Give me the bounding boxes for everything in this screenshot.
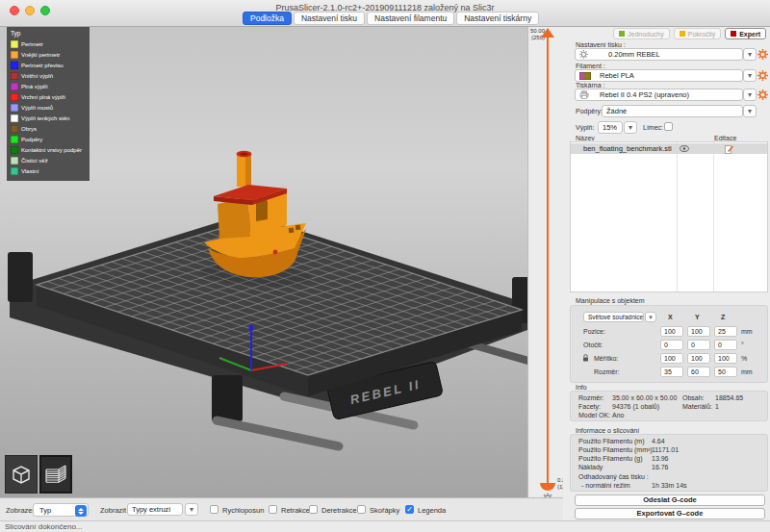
tab-printer-settings[interactable]: Nastavení tiskárny (456, 12, 539, 25)
rotate-unit: ° (741, 342, 744, 348)
infill-label: Výplň: (576, 124, 594, 131)
legend-item: Kontaktní vrstvy podpěr (11, 144, 86, 155)
simple-mode-icon (619, 31, 625, 37)
size-z-input[interactable]: 50 (714, 367, 737, 377)
lock-icon[interactable] (582, 354, 589, 362)
show-combo-label: Zobrazit (100, 506, 126, 515)
sliced-row-value: 4.64 (652, 438, 665, 444)
rotate-x-input[interactable]: 0 (660, 340, 683, 350)
preview-view-button[interactable] (39, 455, 72, 494)
info-materials-label: Materiálů: (682, 403, 712, 410)
position-y-input[interactable]: 100 (687, 326, 710, 337)
expert-mode-icon (731, 31, 736, 37)
color-swatch (11, 40, 18, 48)
brim-checkbox[interactable] (664, 122, 673, 131)
print-settings-dropdown-arrow[interactable]: ▾ (743, 48, 757, 61)
layer-slider-track[interactable] (547, 37, 549, 483)
legend-item: Výplň tenkých stěn (11, 113, 86, 123)
size-y-input[interactable]: 60 (687, 367, 710, 377)
coordinates-combo[interactable]: Světové souřadnice (583, 312, 644, 322)
chimney-shade (245, 154, 251, 187)
print-settings-gear-button[interactable] (757, 49, 768, 60)
mode-expert-button[interactable]: Expert (725, 28, 766, 39)
size-x-input[interactable]: 35 (660, 367, 683, 377)
shells-checkbox[interactable] (357, 505, 366, 514)
popup-stepper-icon (75, 505, 87, 517)
color-swatch (11, 104, 18, 112)
infill-dropdown-arrow[interactable]: ▾ (624, 121, 637, 134)
printer-gear-button[interactable] (757, 89, 768, 100)
mode-advanced-button[interactable]: Pokročilý (674, 28, 721, 39)
scale-unit: % (741, 355, 747, 362)
infill-combo[interactable]: 15% (598, 121, 623, 134)
column-divider (713, 142, 714, 291)
cube-icon (10, 463, 33, 486)
retractions-checkbox[interactable] (269, 505, 277, 514)
manipulation-title: Manipulace s objektem (576, 297, 645, 304)
sliced-row-label: - normální režim (581, 482, 630, 489)
printer-icon (579, 90, 589, 99)
position-x-input[interactable]: 100 (660, 326, 683, 337)
sliced-info-title: Informace o slicování (576, 427, 639, 434)
info-facets-value: 94376 (1 obalů) (612, 403, 659, 410)
supports-dropdown-arrow[interactable]: ▾ (743, 105, 757, 117)
sliced-row-value: 1h 33m 14s (652, 482, 687, 489)
settings-tab-bar: Podložka Nastavení tisku Nastavení filam… (243, 12, 539, 25)
object-list[interactable]: ben_floating_benchmark.stl (570, 141, 768, 292)
sliced-row-value: 16.76 (652, 464, 669, 470)
rotate-y-input[interactable]: 0 (687, 340, 710, 350)
size-unit: mm (741, 368, 753, 375)
sliced-row-label: Použito Filamentu (g) (578, 455, 643, 462)
color-swatch (11, 136, 18, 143)
axis-z-header: Z (721, 314, 725, 320)
color-swatch (11, 167, 18, 175)
editor-view-button[interactable] (5, 455, 38, 494)
printer-dropdown-arrow[interactable]: ▾ (743, 89, 757, 101)
scale-y-input[interactable]: 100 (687, 353, 710, 364)
object-name: ben_floating_benchmark.stl (583, 143, 672, 154)
travel-label: Rychloposun (222, 506, 264, 515)
object-list-row[interactable]: ben_floating_benchmark.stl (571, 143, 767, 154)
print-settings-combo[interactable]: 0.20mm REBEL (575, 48, 743, 61)
tab-filament-settings[interactable]: Nastavení filamentu (367, 12, 454, 25)
filament-combo[interactable]: Rebel PLA (575, 69, 743, 82)
info-size-value: 35.00 x 60.00 x 50.00 (612, 394, 677, 401)
printer-combo[interactable]: Rebel II 0.4 PS2 (upraveno) (575, 89, 743, 101)
coordinates-dropdown-arrow[interactable]: ▾ (645, 312, 656, 322)
3d-viewport[interactable]: REBEL II (0, 27, 527, 497)
legend-checkbox[interactable]: ✓ (405, 505, 414, 514)
supports-combo[interactable]: Žádné (602, 105, 743, 117)
legend-item: Výplň mostů (11, 102, 86, 113)
eye-icon[interactable] (680, 145, 689, 152)
axis-x-header: X (668, 314, 673, 320)
tab-plater[interactable]: Podložka (243, 12, 292, 25)
extrusion-type-legend: Typ Perimetr Vnější perimetr Perimetr př… (7, 27, 90, 181)
tab-print-settings[interactable]: Nastavení tisku (294, 12, 365, 25)
edit-icon[interactable] (725, 144, 733, 154)
scale-z-input[interactable]: 100 (714, 353, 737, 364)
view-popup[interactable]: Typ (33, 503, 89, 517)
show-combo-dropdown-arrow[interactable]: ▾ (185, 503, 198, 516)
filament-gear-button[interactable] (757, 70, 768, 81)
manipulation-panel: Světové souřadnice ▾ X Y Z Pozice: 100 1… (570, 305, 768, 383)
filament-dropdown-arrow[interactable]: ▾ (743, 69, 757, 82)
scale-x-input[interactable]: 100 (660, 353, 683, 364)
send-gcode-button[interactable]: Odeslat G-code (575, 494, 765, 506)
deretractions-checkbox[interactable] (309, 505, 318, 514)
sliced-row-value: 11171.01 (652, 446, 679, 453)
object-list-edit-header: Editace (714, 135, 736, 141)
travel-checkbox[interactable] (210, 505, 218, 514)
sliced-info-panel: Použito Filamentu (m) 4.64 Použito Filam… (570, 434, 768, 492)
show-combo[interactable]: Typy extruzí (127, 503, 183, 516)
export-gcode-button[interactable]: Exportovat G–code (575, 508, 765, 519)
position-z-input[interactable]: 25 (714, 326, 737, 337)
mode-switcher: Jednoduchý Pokročilý Expert (613, 28, 766, 39)
supports-label: Podpěry: (576, 108, 603, 114)
mode-simple-button[interactable]: Jednoduchý (613, 28, 670, 39)
color-swatch (11, 114, 18, 122)
layer-slider-bottom-handle[interactable] (540, 483, 555, 491)
printer-rod (217, 420, 339, 446)
rotate-z-input[interactable]: 0 (714, 340, 737, 350)
layers-icon (43, 463, 68, 486)
title-bar: PrusaSlicer-2.1.0-rc2+-201909111218 zalo… (0, 0, 770, 27)
